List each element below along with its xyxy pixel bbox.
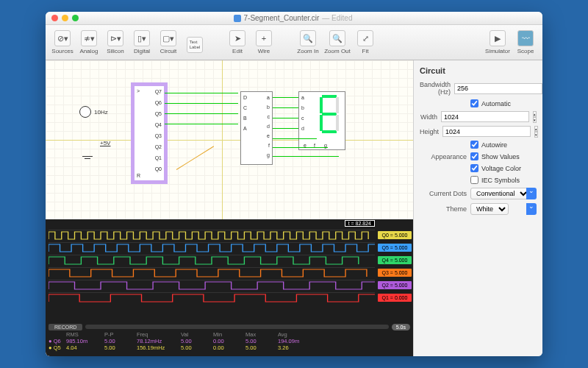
silicon-button[interactable]: ⊳▾Silicon bbox=[103, 30, 128, 54]
counter-pin: Q7 bbox=[155, 89, 162, 94]
counter-pin: Q1 bbox=[155, 155, 162, 160]
automatic-label: Automatic bbox=[481, 100, 511, 107]
wire-tool-button[interactable]: +Wire bbox=[251, 30, 276, 54]
width-stepper[interactable]: ▴▾ bbox=[533, 111, 537, 122]
appearance-label: Appearance bbox=[420, 153, 467, 160]
autowire-checkbox[interactable] bbox=[470, 141, 478, 149]
table-row[interactable]: ● Q6985.10m5.0078.12mHz5.000.005.00194.0… bbox=[49, 338, 410, 344]
lane-label[interactable]: Q0 = 5.000 bbox=[378, 231, 412, 239]
voltage-color-label: Voltage Color bbox=[481, 165, 521, 172]
height-field[interactable] bbox=[442, 126, 531, 137]
lane-label[interactable]: Q1 = 0.000 bbox=[378, 294, 412, 302]
counter-pin: Q2 bbox=[155, 144, 162, 149]
duration-pill[interactable]: 5.0s bbox=[392, 324, 410, 330]
lane-label[interactable]: Q4 = 5.000 bbox=[378, 256, 412, 264]
bandwidth-label: Bandwidth (Hz) bbox=[420, 81, 451, 96]
zoom-out-button[interactable]: 🔍Zoom Out bbox=[323, 30, 351, 54]
autowire-label: Autowire bbox=[481, 141, 507, 149]
table-header: RMSP-PFreqValMinMaxAvg bbox=[49, 331, 410, 338]
theme-select[interactable]: White bbox=[470, 203, 509, 215]
ground-icon bbox=[82, 156, 93, 163]
simulator-button[interactable]: ▶Simulator bbox=[484, 30, 512, 54]
measurement-table: RMSP-PFreqValMinMaxAvg ● Q6985.10m5.0078… bbox=[49, 331, 410, 356]
rail-label: +5V bbox=[100, 140, 110, 146]
clock-source[interactable] bbox=[79, 106, 91, 118]
current-dots-select[interactable]: Conventional bbox=[470, 188, 530, 199]
toolbar: ⊘▾Sources ≉▾Analog ⊳▾Silicon ▯▾Digital ▢… bbox=[46, 25, 542, 60]
lane-label[interactable]: Q3 = 5.000 bbox=[378, 269, 412, 277]
zoomout-label: Zoom Out bbox=[324, 48, 351, 54]
source-freq-label: 10Hz bbox=[94, 109, 108, 116]
zoom-icon[interactable] bbox=[72, 15, 79, 21]
record-button[interactable]: RECORD bbox=[49, 324, 82, 330]
scope-lanes[interactable]: Q0 = 5.000Q5 = 5.000Q4 = 5.000Q3 = 5.000… bbox=[46, 230, 413, 322]
width-label: Width bbox=[420, 113, 437, 121]
scope-button[interactable]: 〰Scope bbox=[513, 30, 538, 54]
lane-label[interactable]: Q5 = 5.000 bbox=[378, 244, 412, 252]
silicon-label: Silicon bbox=[107, 48, 124, 54]
schematic-canvas[interactable]: 10Hz +5V > R Q7Q6Q5Q4Q3Q2Q1Q0 DCBAabcdef… bbox=[46, 60, 413, 219]
show-values-checkbox[interactable] bbox=[470, 152, 478, 160]
lane-label[interactable]: Q2 = 5.000 bbox=[378, 281, 412, 289]
segment-glyph bbox=[320, 95, 340, 136]
titlebar: 7-Segment_Counter.cir — Edited bbox=[46, 12, 542, 25]
time-badge: t = 82.824 bbox=[345, 220, 375, 227]
inspector-title: Circuit bbox=[420, 66, 537, 75]
edit-label: Edit bbox=[232, 48, 243, 54]
textlabel-button[interactable]: Text Label bbox=[182, 37, 207, 54]
oscilloscope-panel: t = 82.824 Q0 = 5.000Q5 = 5.000Q4 = 5.00… bbox=[46, 219, 413, 356]
wire-label: Wire bbox=[258, 48, 270, 54]
circuit-button[interactable]: ▢▾Circuit bbox=[156, 30, 181, 54]
close-icon[interactable] bbox=[51, 15, 58, 21]
sources-button[interactable]: ⊘▾Sources bbox=[50, 30, 75, 54]
counter-pin: Q4 bbox=[155, 122, 162, 127]
edited-indicator: — Edited bbox=[322, 14, 352, 22]
counter-chip[interactable]: > R Q7Q6Q5Q4Q3Q2Q1Q0 bbox=[134, 85, 165, 181]
minimize-icon[interactable] bbox=[62, 15, 68, 21]
counter-pin: Q5 bbox=[155, 111, 162, 116]
time-slider[interactable] bbox=[85, 325, 388, 329]
decoder-chip[interactable]: DCBAabcdefg bbox=[240, 91, 273, 165]
fit-label: Fit bbox=[362, 48, 369, 54]
edit-tool-button[interactable]: ➤Edit bbox=[225, 30, 250, 54]
circuit-label: Circuit bbox=[160, 48, 177, 54]
window-title: 7-Segment_Counter.cir bbox=[244, 14, 320, 22]
counter-pin: Q0 bbox=[155, 166, 162, 171]
reset-pin: R bbox=[137, 173, 140, 178]
iec-checkbox[interactable] bbox=[470, 176, 478, 184]
analog-label: Analog bbox=[80, 48, 98, 54]
height-label: Height bbox=[420, 128, 439, 135]
zoomin-label: Zoom In bbox=[297, 48, 318, 54]
zoom-in-button[interactable]: 🔍Zoom In bbox=[294, 30, 322, 54]
fit-button[interactable]: ⤢Fit bbox=[353, 30, 378, 54]
current-dots-label: Current Dots bbox=[420, 190, 467, 197]
analog-button[interactable]: ≉▾Analog bbox=[76, 30, 101, 54]
bandwidth-field[interactable] bbox=[454, 83, 542, 94]
sim-label: Simulator bbox=[485, 48, 510, 54]
counter-pin: Q6 bbox=[155, 100, 162, 105]
show-values-label: Show Values bbox=[481, 153, 520, 160]
scope-label: Scope bbox=[517, 48, 534, 54]
app-window: 7-Segment_Counter.cir — Edited ⊘▾Sources… bbox=[46, 12, 542, 356]
doc-icon bbox=[234, 15, 241, 22]
digital-label: Digital bbox=[134, 48, 150, 54]
digital-button[interactable]: ▯▾Digital bbox=[129, 30, 154, 54]
theme-label: Theme bbox=[420, 205, 467, 213]
iec-label: IEC Symbols bbox=[481, 177, 520, 184]
sources-label: Sources bbox=[51, 48, 73, 54]
voltage-color-checkbox[interactable] bbox=[470, 164, 478, 172]
height-stepper[interactable]: ▴▾ bbox=[534, 126, 538, 137]
counter-pin: Q3 bbox=[155, 133, 162, 138]
clk-pin: > bbox=[137, 88, 140, 93]
automatic-checkbox[interactable] bbox=[470, 99, 478, 107]
table-row[interactable]: ● Q54.045.00156.19mHz5.000.005.003.26 bbox=[49, 344, 410, 351]
seven-seg-display[interactable]: abcdefg bbox=[298, 91, 345, 150]
inspector-panel: Circuit Bandwidth (Hz) Automatic Width ▴… bbox=[413, 60, 542, 356]
width-field[interactable] bbox=[441, 111, 529, 122]
